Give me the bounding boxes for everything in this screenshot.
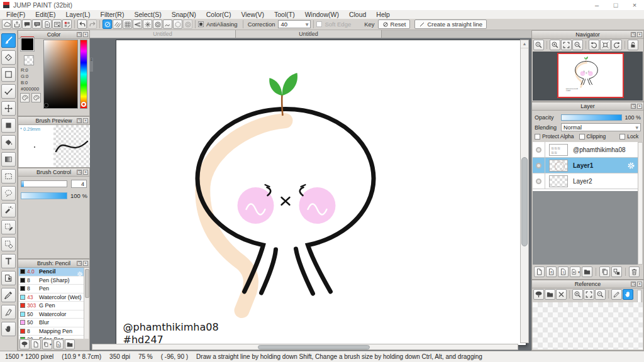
rotate-reset-button[interactable] <box>600 40 611 50</box>
visibility-toggle-icon[interactable] <box>536 147 541 153</box>
scrollbar-thumb[interactable] <box>258 345 370 349</box>
opacity-slider[interactable] <box>561 114 622 121</box>
reset-button[interactable]: Reset <box>378 19 411 29</box>
fit-window-button[interactable] <box>584 289 594 300</box>
select-pen-tool[interactable] <box>1 220 16 234</box>
scroll-up-arrow-icon[interactable]: ▲ <box>521 40 528 48</box>
popout-icon[interactable]: ◳ <box>77 118 82 123</box>
menu-file[interactable]: File(F) <box>1 10 30 19</box>
protect-alpha-checkbox[interactable] <box>535 134 540 140</box>
antialiasing-checkbox[interactable] <box>198 21 204 27</box>
menu-layer[interactable]: Layer(L) <box>60 10 95 19</box>
layer-row[interactable]: ≋≋≋≋≋ @phamthikimha08 <box>533 142 638 158</box>
document-tab-active[interactable]: Untitled <box>236 30 382 38</box>
snap-ellipse-button[interactable] <box>173 19 182 29</box>
snap-radial-button[interactable] <box>143 19 152 29</box>
rectangle-tool[interactable] <box>1 67 16 82</box>
new-8bit-layer-button[interactable] <box>546 266 557 277</box>
hand-tool[interactable] <box>1 322 16 336</box>
clear-button[interactable] <box>556 289 567 300</box>
brush-script-button[interactable] <box>53 339 64 349</box>
soft-edge-checkbox[interactable] <box>316 21 322 27</box>
navigator-title-bar[interactable]: Navigator ◳× <box>532 31 643 39</box>
brush-list-scrollbar[interactable] <box>84 268 89 339</box>
layer-row[interactable]: Layer2 <box>533 173 638 189</box>
brush-row[interactable]: 303 G Pen <box>19 302 84 310</box>
redo-button[interactable] <box>87 19 97 29</box>
layer-panel-title-bar[interactable]: Layer ◳× <box>532 102 643 111</box>
open-file-button[interactable] <box>545 289 555 300</box>
delete-layer-button[interactable] <box>629 266 640 277</box>
canvas-page[interactable] <box>116 40 526 345</box>
undo-button[interactable] <box>77 19 87 29</box>
gradient-tool[interactable] <box>1 152 16 167</box>
popout-icon[interactable]: ◳ <box>77 32 82 37</box>
popout-icon[interactable]: ◳ <box>631 104 636 109</box>
close-icon[interactable]: × <box>83 118 88 123</box>
brush-row[interactable]: 8 Mapping Pen <box>19 327 84 336</box>
clipping-checkbox[interactable] <box>579 134 585 140</box>
brush-row[interactable]: 43 Watercolor (Wet) <box>19 293 84 302</box>
comment-bubble-button[interactable] <box>22 19 31 29</box>
zoom-out-button[interactable] <box>595 289 606 300</box>
brush-tool[interactable] <box>1 33 16 48</box>
panel-collapse-handle[interactable]: ≡ <box>90 58 93 72</box>
menu-filter[interactable]: Filter(R) <box>96 10 130 19</box>
brush-control-title-bar[interactable]: Brush Control ◳× <box>18 168 89 177</box>
background-color-swatch[interactable] <box>24 55 34 65</box>
zoom-in-button[interactable] <box>572 289 583 300</box>
menu-tool[interactable]: Tool(T) <box>269 10 300 19</box>
magic-wand-tool[interactable] <box>1 203 16 217</box>
duplicate-brush-button[interactable]: ▾ <box>42 339 52 349</box>
snap-extra-button[interactable] <box>183 19 192 29</box>
canvas-vertical-scrollbar[interactable]: ▲ <box>520 40 529 343</box>
popout-icon[interactable]: ◳ <box>631 282 636 287</box>
cloud-brush-button[interactable] <box>19 339 30 349</box>
divide-tool[interactable] <box>1 305 16 319</box>
snap-parallel-button[interactable] <box>113 19 122 29</box>
brush-preview-title-bar[interactable]: Brush Preview ◳× <box>18 117 89 125</box>
add-layer-menu-button[interactable]: ▾ <box>570 266 580 277</box>
straight-line-button[interactable]: Create a straight line <box>414 19 487 29</box>
eraser-tool[interactable] <box>1 50 16 65</box>
brush-row[interactable]: 8 Pen <box>19 285 84 293</box>
navigator-thumbnail[interactable] <box>557 53 624 98</box>
new-folder-button[interactable] <box>582 266 592 277</box>
reference-content[interactable] <box>533 302 643 349</box>
select-eraser-tool[interactable] <box>1 237 16 251</box>
hue-marker[interactable] <box>81 102 86 107</box>
new-1bit-layer-button[interactable] <box>558 266 569 277</box>
menu-color[interactable]: Color(C) <box>201 10 236 19</box>
popout-icon[interactable]: ◳ <box>77 170 82 175</box>
navigator-view[interactable] <box>533 52 643 101</box>
cloud-open-button[interactable] <box>533 289 544 300</box>
text-tool[interactable] <box>1 254 16 268</box>
menu-select[interactable]: Select(S) <box>129 10 166 19</box>
snap-off-button[interactable] <box>103 19 112 29</box>
brush-folder-button[interactable] <box>65 339 75 349</box>
rotate-cw-button[interactable] <box>611 40 622 50</box>
hue-slider[interactable] <box>80 40 87 109</box>
brush-opacity-slider[interactable] <box>21 192 67 199</box>
fit-window-button[interactable] <box>561 40 572 50</box>
lasso-select-tool[interactable] <box>1 186 16 200</box>
foreground-color-swatch[interactable] <box>21 38 34 51</box>
brush-row[interactable]: 50 Watercolor <box>19 310 84 319</box>
duplicate-layer-button[interactable] <box>599 266 610 277</box>
palette-edit-button[interactable] <box>31 93 41 102</box>
new-brush-button[interactable] <box>31 339 41 349</box>
move-tool[interactable] <box>1 101 16 116</box>
comment-list-button[interactable] <box>32 19 42 29</box>
brush-list-title-bar[interactable]: Brush: Pencil ◳× <box>18 260 89 268</box>
document-tab[interactable]: Untitled <box>90 30 236 38</box>
brush-width-slider[interactable] <box>21 180 67 187</box>
picker-marker[interactable] <box>45 104 48 107</box>
visibility-toggle-icon[interactable] <box>536 178 541 184</box>
close-button[interactable]: × <box>625 1 644 10</box>
saturation-value-picker[interactable] <box>43 40 78 109</box>
document-button[interactable] <box>42 19 52 29</box>
close-icon[interactable]: × <box>83 32 88 37</box>
zoom-reset-button[interactable] <box>533 40 544 50</box>
fill-shape-tool[interactable] <box>1 118 16 133</box>
scrollbar-thumb[interactable] <box>85 269 89 298</box>
